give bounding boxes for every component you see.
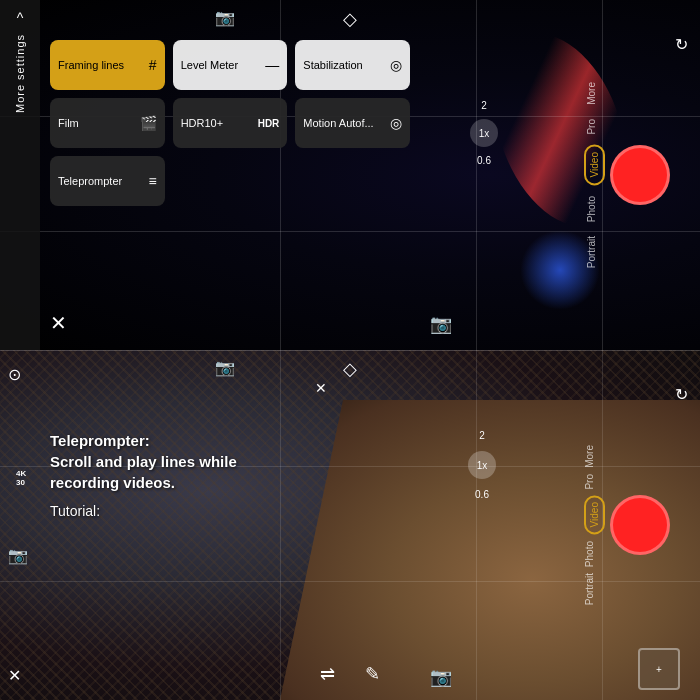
- mode-pro-top[interactable]: Pro: [584, 115, 605, 139]
- camera-preview-top[interactable]: 📷: [430, 313, 452, 335]
- mode-selector-bottom: More Pro Video Photo Portrait: [584, 350, 605, 700]
- center-diamond-icon-bottom[interactable]: ◇: [343, 358, 357, 380]
- image-preview-bottom[interactable]: +: [638, 648, 680, 690]
- zoom-06x-bottom[interactable]: 0.6: [468, 489, 496, 500]
- center-diamond-icon[interactable]: ◇: [343, 8, 357, 30]
- tutorial-label: Tutorial:: [50, 503, 237, 519]
- gallery-icon-bottom[interactable]: 📷: [430, 666, 452, 688]
- zoom-levels-bottom: 2 1x 0.6: [468, 430, 496, 500]
- zoom-2x-bottom[interactable]: 2: [468, 430, 496, 441]
- record-button-bottom[interactable]: [610, 495, 670, 555]
- bottom-left-icons: ⊙ 4K 30 📷 ✕: [8, 350, 28, 700]
- mode-more-top[interactable]: More: [584, 78, 605, 109]
- teleprompter-description: Teleprompter: Scroll and play lines whil…: [50, 430, 237, 493]
- mode-portrait-top[interactable]: Portrait: [584, 232, 605, 272]
- motion-autof-button[interactable]: Motion Autof... ◎: [295, 98, 410, 148]
- switch-camera-icon[interactable]: ⇌: [320, 663, 335, 685]
- mode-photo-top[interactable]: Photo: [584, 192, 605, 226]
- mode-pro-bottom[interactable]: Pro: [584, 474, 605, 490]
- 4k-badge: 4K 30: [16, 470, 28, 488]
- stabilization-icon: ◎: [390, 57, 402, 73]
- mode-video-top[interactable]: Video: [584, 144, 605, 185]
- camera-mode-icon-bottom[interactable]: 📷: [8, 546, 28, 565]
- level-meter-icon: —: [265, 57, 279, 73]
- panel-divider: [0, 350, 700, 351]
- mode-selector-top: More Pro Video Photo Portrait: [584, 0, 605, 350]
- top-panel: ^ More settings Framing lines # Level Me…: [0, 0, 700, 350]
- zoom-1x-top[interactable]: 1x: [470, 119, 498, 147]
- sidebar-chevron-icon: ^: [17, 10, 24, 26]
- more-settings-sidebar[interactable]: ^ More settings: [0, 0, 40, 350]
- zoom-2x-top[interactable]: 2: [470, 100, 498, 111]
- film-button[interactable]: Film 🎬: [50, 98, 165, 148]
- teleprompter-icon: ≡: [148, 173, 156, 189]
- record-button-top[interactable]: [610, 145, 670, 205]
- mode-portrait-bottom[interactable]: Portrait: [584, 573, 605, 605]
- teleprompter-text-overlay: Teleprompter: Scroll and play lines whil…: [50, 430, 237, 519]
- mode-video-bottom[interactable]: Video: [584, 495, 605, 534]
- settings-panel: Framing lines # Level Meter — Stabilizat…: [40, 30, 420, 216]
- sidebar-label: More settings: [14, 34, 26, 113]
- mode-more-bottom[interactable]: More: [584, 445, 605, 468]
- mode-photo-bottom[interactable]: Photo: [584, 541, 605, 567]
- hdr10plus-button[interactable]: HDR10+ HDR: [173, 98, 288, 148]
- settings-icon-bottom[interactable]: ⊙: [8, 365, 28, 384]
- close-bottom-icon[interactable]: ✕: [8, 666, 28, 685]
- hdr-icon: HDR: [258, 118, 280, 129]
- teleprompter-button[interactable]: Teleprompter ≡: [50, 156, 165, 206]
- refresh-icon[interactable]: ↻: [675, 35, 688, 54]
- stabilization-button[interactable]: Stabilization ◎: [295, 40, 410, 90]
- motion-icon: ◎: [390, 115, 402, 131]
- zoom-levels-top: 2 1x 0.6: [470, 100, 498, 166]
- level-meter-button[interactable]: Level Meter —: [173, 40, 288, 90]
- refresh-icon-bottom[interactable]: ↻: [675, 385, 688, 404]
- cam-icon-bottom[interactable]: 📷: [215, 358, 235, 377]
- bottom-panel: ⊙ 4K 30 📷 ✕ ✕ ◇ 📷 ↻ Teleprompter: Scroll…: [0, 350, 700, 700]
- framing-lines-button[interactable]: Framing lines #: [50, 40, 165, 90]
- film-icon: 🎬: [140, 115, 157, 131]
- zoom-06x-top[interactable]: 0.6: [470, 155, 498, 166]
- framing-lines-icon: #: [149, 57, 157, 73]
- close-button[interactable]: ✕: [50, 311, 67, 335]
- bottom-center-icons: ⇌ ✎: [320, 663, 380, 685]
- zoom-1x-bottom[interactable]: 1x: [468, 451, 496, 479]
- top-camera-icon[interactable]: 📷: [215, 8, 235, 27]
- focus-cross-mark: ✕: [315, 380, 327, 396]
- edit-icon[interactable]: ✎: [365, 663, 380, 685]
